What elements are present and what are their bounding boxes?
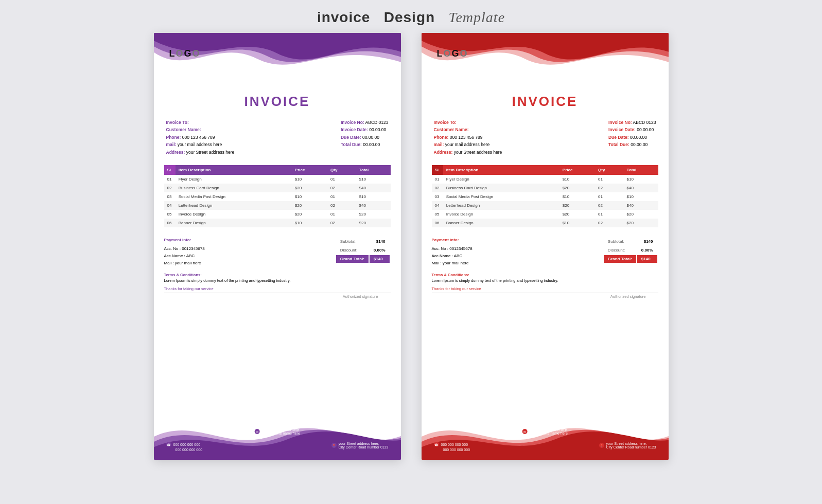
cell-sl: 01: [432, 175, 443, 184]
cell-qty: 01: [595, 210, 624, 219]
table-row: 03 Social Media Post Design $10 01 $10: [164, 192, 391, 201]
acc-name-red: Acc.Name : ABC: [432, 253, 598, 260]
cell-total: $20: [624, 210, 658, 219]
footer-address-red: your Street address here, City Center Ro…: [606, 442, 656, 449]
cell-qty: 02: [595, 201, 624, 210]
due-date-value-red: 00.00.00: [630, 135, 647, 140]
footer-info-red: ☎ 000 000 000 000 000 000 000 000 ✉ yo: [422, 442, 669, 452]
payment-info-red: Payment info: Acc. No : 0012345678 Acc.N…: [432, 237, 598, 267]
footer-phone1-red: 000 000 000 000: [441, 443, 468, 446]
info-left-red: Invoice To: Customer Name: Phone: 000 12…: [434, 119, 502, 156]
th-sl-red: SL: [432, 165, 443, 175]
totals-section-purple: Subtotal: $140 Discount: 0.00% Grand Tot…: [335, 237, 391, 267]
cell-price: $20: [292, 210, 327, 219]
footer-phone1: 000 000 000 000: [173, 443, 201, 446]
th-total: Total: [356, 165, 391, 175]
cell-qty: 01: [595, 192, 624, 201]
footer-left-purple: ☎ 000 000 000 000 000 000 000 000: [166, 442, 203, 452]
mail-icon: ✉: [254, 429, 259, 434]
acc-name: Acc.Name : ABC: [164, 253, 330, 260]
cell-price: $20: [559, 210, 595, 219]
cell-qty: 01: [595, 175, 624, 184]
footer-mail-area: ✉ your mail address here your website na…: [254, 428, 300, 435]
invoice-table-purple: SL Item Description Price Qty Total 01 F…: [164, 165, 391, 227]
cell-qty: 02: [595, 184, 624, 192]
invoice-table-red: SL Item Description Price Qty Total 01 F…: [432, 165, 658, 227]
address-label: Address:: [166, 150, 185, 155]
due-date-label-red: Due Date:: [608, 135, 629, 140]
footer-addr2: City Center Road number 0123: [339, 445, 389, 449]
cell-desc: Letterhead Design: [176, 201, 292, 210]
th-price-red: Price: [559, 165, 595, 175]
inv-date-label: Invoice Date:: [341, 127, 368, 132]
footer-phone-row-red: ☎ 000 000 000 000: [434, 442, 470, 447]
footer-mail-red: your mail address here: [529, 428, 568, 431]
signature-label: Authorized signature: [343, 294, 378, 299]
total-due-value: 00.00.00: [363, 142, 380, 147]
th-desc-red: Item Description: [443, 165, 559, 175]
table-row: 06 Banner Design $10 02 $20: [432, 219, 658, 227]
th-qty-red: Qty: [595, 165, 624, 175]
th-sl: SL: [164, 165, 176, 175]
cell-price: $10: [292, 175, 327, 184]
table-section-red: SL Item Description Price Qty Total 01 F…: [422, 161, 669, 231]
invoice-to-label: Invoice To:: [166, 120, 189, 125]
cell-price: $20: [559, 201, 595, 210]
info-section-purple: Invoice To: Customer Name: Phone: 000 12…: [154, 116, 401, 161]
invoice-card-red: LOGO INVOICE Invoice To: Customer Name: …: [422, 33, 669, 460]
footer-mail-row-red: ✉ your mail address here your website na…: [522, 428, 568, 435]
table-row: 02 Business Card Design $20 02 $40: [164, 184, 391, 192]
due-date-value: 00.00.00: [362, 135, 379, 140]
th-qty: Qty: [327, 165, 356, 175]
footer-addr-row: 📍 your Street address here, City Center …: [331, 442, 389, 449]
info-right: Invoice No: ABCD 0123 Invoice Date: 00.0…: [341, 119, 389, 156]
cell-sl: 02: [432, 184, 443, 192]
inv-date-label-red: Invoice Date:: [608, 127, 636, 132]
wave-footer-red: ☎ 000 000 000 000 000 000 000 000 ✉ yo: [422, 408, 669, 460]
cell-total: $40: [624, 184, 658, 192]
location-icon-red: 📍: [599, 443, 604, 448]
cell-sl: 03: [432, 192, 443, 201]
table-row: 04 Letterhead Design $20 02 $40: [164, 201, 391, 210]
cell-desc: Flyer Design: [176, 175, 292, 184]
cell-qty: 02: [327, 184, 356, 192]
signature-label-red: Authorized signature: [610, 294, 646, 299]
thanks-text-red: Thanks for taking our service: [422, 285, 669, 293]
terms-text: Lorem Ipsum is simply dummy text of the …: [164, 278, 391, 283]
customer-label-red: Customer Name:: [434, 127, 469, 132]
footer-mail-text-red: your mail address here your website name…: [529, 428, 568, 435]
invoice-title-purple: INVOICE: [154, 89, 401, 116]
payment-title-red: Payment info:: [432, 237, 598, 244]
cell-sl: 05: [432, 210, 443, 219]
th-desc: Item Description: [176, 165, 292, 175]
terms-text-red: Lorem Ipsum is simply dummy text of the …: [432, 278, 658, 283]
cell-price: $10: [559, 192, 595, 201]
page-title: invoice Design Template: [317, 0, 505, 33]
cell-desc: Banner Design: [176, 219, 292, 227]
signature-section-purple: Authorized signature: [164, 293, 391, 301]
cell-desc: Social Media Post Design: [176, 192, 292, 201]
cell-sl: 02: [164, 184, 176, 192]
totals-table-red: Subtotal: $140 Discount: 0.00% Grand Tot…: [603, 237, 658, 264]
cell-desc: Banner Design: [443, 219, 559, 227]
cell-price: $20: [559, 184, 595, 192]
cell-sl: 06: [432, 219, 443, 227]
cell-qty: 02: [327, 201, 356, 210]
th-total-red: Total: [624, 165, 658, 175]
footer-phone2-row-red: 000 000 000 000: [434, 448, 470, 452]
phone-label: Phone:: [166, 135, 181, 140]
info-section-red: Invoice To: Customer Name: Phone: 000 12…: [422, 116, 669, 161]
phone-icon: ☎: [166, 442, 171, 447]
cell-total: $40: [624, 201, 658, 210]
signature-section-red: Authorized signature: [432, 293, 658, 301]
cell-desc: Invoice Design: [176, 210, 292, 219]
table-row: 05 Invoice Design $20 01 $20: [432, 210, 658, 219]
customer-label: Customer Name:: [166, 127, 201, 132]
total-due-label-red: Total Due:: [608, 142, 629, 147]
acc-no: Acc. No : 0012345678: [164, 245, 330, 253]
th-price: Price: [292, 165, 327, 175]
cell-price: $20: [292, 201, 327, 210]
footer-addr-row-red: 📍 your Street address here, City Center …: [599, 442, 656, 449]
wave-header-purple: LOGO: [154, 33, 401, 89]
invoice-to-label-red: Invoice To:: [434, 120, 457, 125]
